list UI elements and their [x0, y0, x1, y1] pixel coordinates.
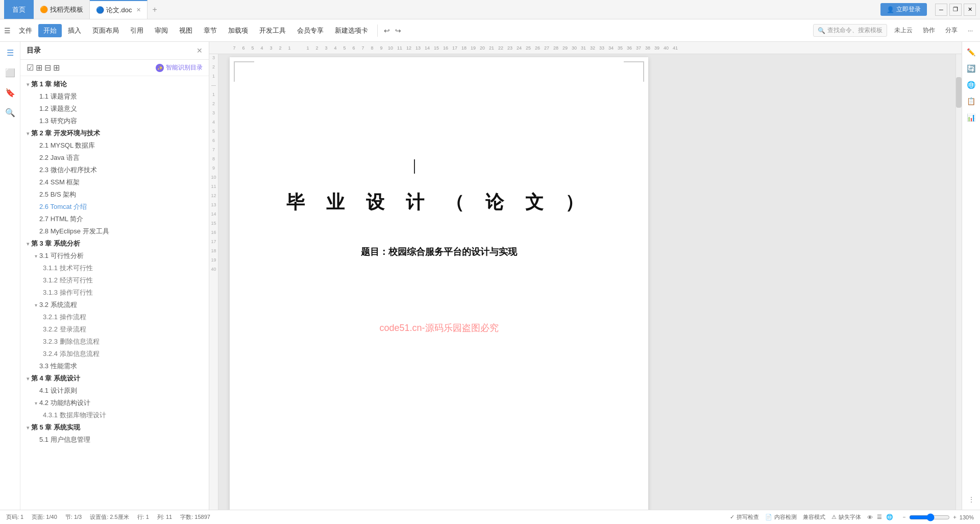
toc-item[interactable]: ▸2.1 MYSQL 数据库 [20, 139, 209, 152]
toc-item-label: 第 3 章 系统分析 [31, 239, 80, 248]
toc-item-label: 2.4 SSM 框架 [39, 178, 80, 187]
menu-start[interactable]: 开始 [38, 24, 62, 37]
toc-item[interactable]: 3.2.2 登录流程 [20, 323, 209, 336]
menu-file[interactable]: 文件 [14, 24, 37, 37]
share-button[interactable]: 分享 [942, 25, 961, 36]
zoom-in-button[interactable]: ＋ [952, 513, 958, 521]
toc-item[interactable]: 3.2.1 操作流程 [20, 311, 209, 323]
ai-toc-button[interactable]: ✨ 智能识别目录 [156, 63, 203, 72]
outline-view-icon[interactable]: ☰ [877, 514, 882, 520]
toc-item[interactable]: ▾3.2 系统流程 [20, 299, 209, 311]
bookmarks-icon[interactable]: 🔖 [3, 86, 17, 100]
vertical-scrollbar[interactable] [955, 54, 962, 510]
sidebar-header: 目录 ✕ [20, 42, 209, 60]
menu-member[interactable]: 会员专享 [292, 24, 329, 37]
search-sidebar-icon[interactable]: 🔍 [3, 106, 17, 120]
menu-tools[interactable]: 开发工具 [254, 24, 291, 37]
redo-button[interactable]: ↪ [393, 26, 403, 36]
toc-item[interactable]: 3.2.4 添加信息流程 [20, 348, 209, 360]
toc-item[interactable]: ▸2.5 B/S 架构 [20, 188, 209, 201]
toc-item[interactable]: ▾第 1 章 绪论 [20, 78, 209, 90]
menu-insert[interactable]: 插入 [63, 24, 86, 37]
toc-checkbox-all[interactable]: ☑ [27, 63, 34, 73]
toc-item[interactable]: ▸2.2 Java 语言 [20, 152, 209, 164]
toc-item[interactable]: ▾第 4 章 系统设计 [20, 372, 209, 385]
cloud-button[interactable]: 未上云 [891, 25, 916, 36]
toc-item[interactable]: ▸2.8 MyEclipse 开发工具 [20, 225, 209, 237]
doc-icon: 🔵 [96, 6, 104, 14]
right-panel-icon-2[interactable]: 🔄 [965, 62, 977, 75]
font-warn-button[interactable]: ⚠ 缺失字体 [831, 513, 861, 521]
toc-item[interactable]: ▸1.3 研究内容 [20, 115, 209, 127]
template-icon: 🟠 [40, 6, 48, 13]
search-box[interactable]: 🔍 查找命令、搜索模板 [813, 24, 887, 37]
zoom-slider[interactable] [909, 513, 950, 521]
toc-item[interactable]: ▾第 3 章 系统分析 [20, 237, 209, 250]
web-view-icon[interactable]: 🌐 [886, 514, 893, 520]
right-panel-icon-1[interactable]: ✏️ [965, 46, 977, 58]
right-panel-icon-5[interactable]: 📊 [965, 111, 977, 124]
right-panel-icon-6[interactable]: ⋮ [966, 493, 977, 506]
menu-review[interactable]: 审阅 [150, 24, 173, 37]
toc-item[interactable]: ▸2.4 SSM 框架 [20, 176, 209, 188]
document-title[interactable]: 毕 业 设 计 （ 论 文 ） [276, 190, 602, 215]
toc-item-label: 3.1 可行性分析 [39, 251, 84, 260]
scrollbar-thumb[interactable] [956, 77, 962, 108]
toc-item[interactable]: ▸1.2 课题意义 [20, 103, 209, 115]
toc-item[interactable]: 4.3.1 数据库物理设计 [20, 409, 209, 421]
toc-item-label: 3.2.4 添加信息流程 [43, 349, 100, 359]
toc-item[interactable]: ▾第 5 章 系统实现 [20, 421, 209, 434]
tab-home[interactable]: 首页 [4, 0, 34, 19]
content-check-button[interactable]: 📄 内容检测 [765, 513, 797, 521]
toc-item[interactable]: ▸2.3 微信小程序技术 [20, 164, 209, 176]
toolbar-separator [377, 25, 378, 37]
document-subtitle[interactable]: 题目：校园综合服务平台的设计与实现 [276, 246, 602, 258]
sidebar-close-button[interactable]: ✕ [197, 46, 203, 55]
print-view-icon[interactable]: 👁 [867, 514, 873, 520]
right-panel-icon-4[interactable]: 📋 [965, 95, 977, 107]
menu-layout[interactable]: 页面布局 [87, 24, 124, 37]
document-page[interactable]: code51.cn-源码乐园盗图必究 毕 业 设 计 （ 论 文 ） 题目：校园… [230, 57, 648, 510]
menu-more[interactable]: 加载项 [223, 24, 253, 37]
document-area[interactable]: 7654321123456789101112131415161718192021… [209, 42, 962, 510]
toc-item[interactable]: 3.2.3 删除信息流程 [20, 336, 209, 348]
toc-item[interactable]: ▾3.1 可行性分析 [20, 250, 209, 262]
toc-expand-button[interactable]: ⊞ [36, 63, 42, 73]
restore-button[interactable]: ❐ [949, 4, 962, 16]
more-options-button[interactable]: ··· [965, 26, 976, 36]
menu-ref[interactable]: 引用 [125, 24, 149, 37]
menu-view[interactable]: 视图 [174, 24, 198, 37]
add-tab-button[interactable]: + [148, 5, 162, 14]
toc-item[interactable]: ▸2.6 Tomcat 介绍 [20, 201, 209, 213]
toc-item[interactable]: ▸2.7 HTML 简介 [20, 213, 209, 225]
toc-item[interactable]: ▸4.1 设计原则 [20, 385, 209, 397]
toc-item[interactable]: ▸3.3 性能需求 [20, 360, 209, 372]
toc-item[interactable]: ▸1.1 课题背景 [20, 90, 209, 103]
toc-item[interactable]: ▾4.2 功能结构设计 [20, 397, 209, 409]
pages-icon[interactable]: ⬜ [3, 66, 17, 80]
toc-item[interactable]: 3.1.3 操作可行性 [20, 287, 209, 299]
toc-item-label: 2.6 Tomcat 介绍 [39, 202, 87, 211]
tab-doc[interactable]: 🔵 论文.doc ✕ [90, 0, 148, 19]
toc-item[interactable]: ▾第 2 章 开发环境与技术 [20, 127, 209, 139]
collab-button[interactable]: 协作 [920, 25, 938, 36]
compat-mode-button[interactable]: 兼容模式 [803, 513, 825, 521]
toc-item[interactable]: 3.1.1 技术可行性 [20, 262, 209, 274]
toc-item[interactable]: ▸5.1 用户信息管理 [20, 434, 209, 446]
menu-chapter[interactable]: 章节 [199, 24, 222, 37]
toc-grid-button[interactable]: ⊞ [53, 63, 60, 73]
close-button[interactable]: ✕ [964, 4, 976, 16]
toc-collapse-button[interactable]: ⊟ [44, 63, 51, 73]
zoom-out-button[interactable]: － [901, 513, 907, 521]
right-panel-icon-3[interactable]: 🌐 [965, 79, 977, 91]
sidebar-toc: 目录 ✕ ☑ ⊞ ⊟ ⊞ ✨ 智能识别目录 ▾第 1 章 绪论▸1.1 课题背景… [20, 42, 209, 510]
close-tab-button[interactable]: ✕ [136, 7, 141, 13]
menu-new-tab[interactable]: 新建选项卡 [330, 24, 373, 37]
tab-template[interactable]: 🟠 找稻壳模板 [34, 0, 90, 19]
register-button[interactable]: 👤 立即登录 [880, 3, 927, 16]
toc-item[interactable]: 3.1.2 经济可行性 [20, 274, 209, 287]
undo-button[interactable]: ↩ [382, 26, 392, 36]
minimize-button[interactable]: ─ [935, 4, 947, 16]
toc-icon[interactable]: ☰ [5, 46, 16, 60]
spell-check-button[interactable]: ✓ 拼写检查 [730, 513, 759, 521]
